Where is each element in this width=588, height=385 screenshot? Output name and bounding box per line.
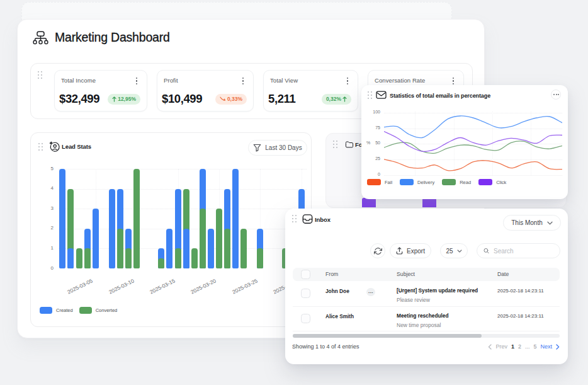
y-axis-label: 1 — [40, 245, 54, 251]
page-size-select[interactable]: 25 — [440, 243, 468, 258]
stats-drag-handle[interactable] — [38, 71, 45, 80]
up-arrow-icon — [112, 96, 116, 102]
legend-item-delivery[interactable]: Delivery — [400, 179, 434, 185]
chart-bar — [240, 229, 247, 268]
inbox-tray-icon — [302, 214, 313, 224]
search-box — [477, 243, 560, 258]
row-checkbox[interactable] — [301, 289, 310, 298]
badge-text: 0,32% — [326, 96, 341, 102]
x-axis-label: 2025-03-25 — [231, 278, 258, 296]
period-label: This Month — [511, 219, 542, 226]
folder-icon — [345, 141, 354, 149]
stat-trend-badge: 12,95% — [108, 94, 140, 105]
legend-item-fail[interactable]: Fail — [367, 179, 392, 185]
chart-bar — [93, 209, 99, 268]
chevron-left-icon[interactable] — [488, 344, 492, 350]
chart-bar — [208, 229, 214, 268]
line-series-click — [384, 132, 562, 152]
table-scrollbar-track[interactable] — [293, 334, 560, 338]
search-input[interactable] — [494, 248, 553, 255]
chart-bar — [166, 229, 172, 268]
kebab-menu-icon[interactable] — [240, 78, 247, 86]
chart-bar — [67, 248, 74, 268]
entries-summary: Showing 1 to 4 of 4 entries — [292, 343, 359, 350]
pagination: Prev 1 2 ... 5 Next — [488, 343, 560, 350]
legend-label: Read — [460, 180, 471, 185]
chart-bar — [84, 248, 91, 268]
chart-bar — [200, 209, 206, 268]
stat-card-total-view: Total View 5,211 0,32% — [263, 70, 358, 112]
line-series-fail — [384, 159, 562, 171]
stat-card-profit: Profit $10,499 0,33% — [157, 70, 254, 112]
chart-bar — [76, 248, 82, 268]
table-scrollbar-thumb[interactable] — [293, 334, 482, 338]
page-button-1[interactable]: 1 — [511, 343, 514, 350]
period-select[interactable]: This Month — [503, 215, 561, 231]
chart-bar — [125, 248, 132, 268]
legend-swatch — [367, 179, 381, 185]
upload-icon — [396, 247, 403, 255]
row-preview: Please review — [397, 297, 430, 303]
lead-chart: 0123452025-03-052025-03-102025-03-152025… — [31, 133, 312, 328]
column-subject: Subject — [397, 271, 415, 277]
column-from: From — [325, 271, 338, 277]
kebab-menu-icon[interactable] — [133, 78, 141, 86]
legend-item-created[interactable]: Created — [40, 307, 73, 314]
chart-bar — [59, 169, 65, 268]
inbox-title: Inbox — [315, 216, 331, 223]
y-axis-label: 3 — [40, 205, 54, 211]
chart-bar — [224, 229, 230, 268]
legend-item-read[interactable]: Read — [442, 179, 471, 185]
line-series-delivery — [384, 116, 562, 138]
inbox-drag-handle[interactable] — [292, 215, 300, 224]
chevron-down-icon — [457, 250, 462, 253]
legend-swatch — [442, 179, 456, 185]
legend-label: Created — [56, 307, 73, 313]
y-axis-label: 75 — [366, 125, 380, 130]
legend-item-converted[interactable]: Converted — [79, 307, 118, 314]
select-all-checkbox[interactable] — [301, 270, 310, 279]
chart-bar — [257, 248, 263, 268]
refresh-icon — [374, 247, 382, 255]
export-button[interactable]: Export — [390, 243, 431, 258]
inbox-card: Inbox This Month Export 25 — [285, 209, 568, 364]
refresh-button[interactable] — [370, 243, 385, 258]
badge-text: 12,95% — [118, 96, 136, 102]
page-title: Marketing Dashboard — [55, 30, 170, 45]
page-ellipsis: ... — [525, 343, 530, 350]
chart-bar — [158, 258, 164, 268]
table-row[interactable]: Alice Smith Meeting rescheduled New time… — [293, 307, 560, 331]
stat-trend-badge: 0,32% — [322, 94, 351, 105]
y-axis-label: 2 — [40, 225, 54, 231]
y-axis-label: 100 — [366, 110, 380, 114]
legend-swatch — [40, 307, 52, 314]
prev-button[interactable]: Prev — [495, 343, 507, 350]
page-button-2[interactable]: 2 — [518, 343, 521, 350]
stat-title: Conversation Rate — [375, 77, 457, 84]
folder-card-drag-handle[interactable] — [333, 141, 341, 149]
legend-swatch — [400, 179, 414, 185]
chart-bar — [183, 229, 189, 268]
row-checkbox[interactable] — [301, 314, 310, 323]
export-label: Export — [407, 248, 425, 255]
email-stats-card: Statistics of total emails in percentage… — [361, 85, 568, 199]
chevron-down-icon — [547, 221, 553, 225]
kebab-menu-icon[interactable] — [344, 78, 352, 86]
next-button[interactable]: Next — [540, 343, 552, 350]
stat-card-total-income: Total Income $32,499 12,95% — [54, 70, 147, 112]
lead-chart-legend: Created Converted — [40, 307, 117, 314]
page-button-5[interactable]: 5 — [533, 343, 536, 350]
legend-label: Delivery — [417, 180, 434, 185]
x-axis-label: 2025-03-05 — [66, 278, 93, 296]
stat-value: $10,499 — [162, 92, 202, 106]
y-axis-label: 25 — [366, 156, 380, 161]
legend-label: Fail — [385, 180, 392, 185]
chart-bar — [175, 248, 181, 268]
page-size-value: 25 — [446, 248, 453, 255]
y-axis-label: 0 — [40, 265, 54, 271]
table-row[interactable]: John Doe ... [Urgent] System update requ… — [293, 281, 560, 307]
sitemap-icon — [32, 30, 49, 47]
legend-item-click[interactable]: Click — [478, 179, 506, 185]
chevron-right-icon[interactable] — [556, 344, 560, 350]
row-more-button[interactable]: ... — [366, 288, 375, 296]
